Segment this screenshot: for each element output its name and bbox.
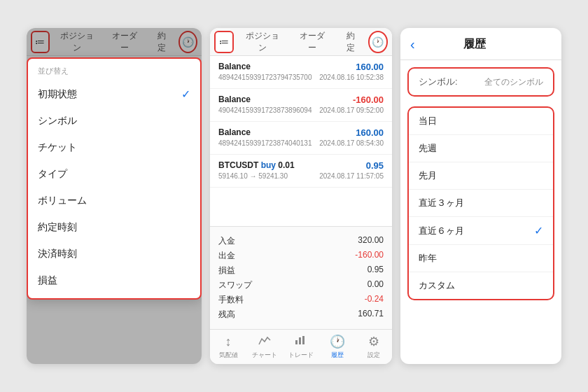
sort-menu: 並び替え 初期状態 ✓ シンボル チケット タイプ ボリューム 約定時刻 決済時… [27, 57, 202, 300]
date-item-6months[interactable]: 直近６ヶ月 ✓ [409, 217, 553, 245]
nav-trade-label: トレード [288, 351, 314, 360]
summary-deposit: 入金 320.00 [218, 234, 384, 248]
trade-volume: 0.01 [278, 160, 294, 170]
svg-rect-0 [295, 340, 298, 344]
date-item-today[interactable]: 当日 [409, 108, 553, 135]
date-item-custom[interactable]: カスタム [409, 272, 553, 299]
history-sort-icon-button[interactable]: ≔ [214, 31, 234, 53]
sort-item-volume[interactable]: ボリューム [28, 188, 200, 214]
trade-action: buy [261, 160, 276, 170]
date-item-last-week[interactable]: 先週 [409, 135, 553, 162]
history-item-2[interactable]: Balance -160.00 490424159391723873896094… [210, 89, 392, 122]
sort-item-initial[interactable]: 初期状態 ✓ [28, 80, 200, 108]
nav-trade[interactable]: トレード [284, 335, 318, 360]
nav-chart-label: チャート [252, 351, 277, 360]
nav-history[interactable]: 🕐 履歴 [320, 334, 355, 360]
nav-quotes-label: 気配値 [219, 351, 238, 360]
settings-icon: ⚙ [368, 334, 379, 349]
date-label-3months: 直近３ヶ月 [419, 197, 464, 209]
history-id-3: 489424159391723874040131 [218, 139, 312, 147]
sort-item-label: チケット [38, 141, 77, 154]
symbol-filter-section: シンボル: 全てのシンボル [407, 67, 554, 97]
sort-item-label: ボリューム [38, 195, 87, 207]
date-item-last-year[interactable]: 昨年 [409, 245, 553, 272]
sort-item-label: タイプ [38, 168, 67, 181]
quotes-icon: ↕ [225, 335, 232, 349]
history-clock-icon: 🕐 [372, 36, 384, 48]
history-sort-icon: ≔ [219, 36, 229, 48]
summary-withdraw-label: 出金 [218, 250, 235, 262]
sort-item-label: シンボル [38, 115, 77, 127]
filter-header: ‹ 履歴 [400, 28, 561, 60]
summary-pnl-label: 損益 [218, 265, 235, 276]
nav-settings[interactable]: ⚙ 設定 [356, 334, 391, 360]
sort-check-initial: ✓ [181, 88, 190, 101]
summary-fee-label: 手数料 [218, 294, 244, 306]
summary-fee-value: -0.24 [365, 294, 384, 306]
history-tab-settlement[interactable]: 約定 [337, 28, 365, 58]
date-label-last-week: 先週 [419, 142, 437, 155]
history-item-3[interactable]: Balance 160.00 489424159391723874040131 … [210, 122, 392, 155]
summary-deposit-label: 入金 [218, 235, 235, 247]
sort-item-pnl[interactable]: 損益 [28, 267, 200, 294]
date-label-last-year: 昨年 [419, 252, 437, 265]
history-id-4: 59146.10 → 59241.30 [218, 172, 288, 180]
history-list: Balance 160.00 489424159391723794735700 … [210, 56, 392, 226]
history-item-4[interactable]: BTCUSDT buy 0.01 0.95 59146.10 → 59241.3… [210, 155, 392, 188]
nav-history-label: 履歴 [331, 351, 344, 360]
symbol-filter-label: シンボル: [419, 76, 458, 88]
summary-balance-label: 残高 [218, 309, 235, 321]
sort-item-label: 約定時刻 [38, 221, 77, 234]
history-nav-icon: 🕐 [330, 334, 345, 349]
sort-item-label: 初期状態 [38, 88, 77, 101]
sort-item-entry-time[interactable]: 約定時刻 [28, 214, 200, 241]
history-panel: ≔ ポジション オーダー 約定 🕐 Balance 160.00 4894241… [210, 28, 392, 364]
date-label-6months: 直近６ヶ月 [419, 225, 464, 237]
history-id-1: 489424159391723794735700 [218, 74, 312, 81]
summary-swap-label: スワップ [218, 279, 252, 291]
summary-balance: 残高 160.71 [218, 307, 384, 322]
sort-item-label: 損益 [38, 274, 57, 287]
history-amount-1: 160.00 [356, 62, 384, 72]
history-amount-2: -160.00 [353, 94, 384, 105]
summary-swap-value: 0.00 [368, 279, 384, 291]
summary-balance-value: 160.71 [358, 309, 384, 321]
chart-icon [258, 335, 272, 349]
nav-quotes[interactable]: ↕ 気配値 [211, 335, 246, 360]
symbol-filter-row[interactable]: シンボル: 全てのシンボル [409, 69, 553, 95]
history-clock-button[interactable]: 🕐 [368, 31, 388, 53]
sort-item-ticket[interactable]: チケット [28, 134, 200, 161]
date-label-last-month: 先月 [419, 169, 437, 182]
summary-section: 入金 320.00 出金 -160.00 損益 0.95 スワップ 0.00 手… [210, 226, 392, 329]
history-label-2: Balance [218, 94, 251, 104]
filter-panel: ‹ 履歴 シンボル: 全てのシンボル 当日 先週 先月 直近３ヶ月 直近６ヶ月 … [400, 28, 561, 364]
bottom-nav: ↕ 気配値 チャート トレード 🕐 履歴 [210, 329, 392, 364]
history-tab-order[interactable]: オーダー [290, 28, 334, 58]
sort-item-symbol[interactable]: シンボル [28, 108, 200, 134]
sort-item-close-time[interactable]: 決済時刻 [28, 241, 200, 267]
history-date-1: 2024.08.16 10:52:38 [319, 74, 384, 81]
nav-settings-label: 設定 [368, 351, 380, 360]
filter-title: 履歴 [415, 37, 535, 52]
sort-item-label: 決済時刻 [38, 248, 77, 260]
date-item-3months[interactable]: 直近３ヶ月 [409, 190, 553, 217]
history-item-1[interactable]: Balance 160.00 489424159391723794735700 … [210, 56, 392, 89]
summary-withdraw-value: -160.00 [355, 250, 384, 262]
history-date-4: 2024.08.17 11:57:05 [319, 172, 384, 180]
trade-icon [294, 335, 308, 349]
nav-chart[interactable]: チャート [247, 335, 282, 360]
history-date-3: 2024.08.17 08:54:30 [319, 139, 384, 147]
date-check-6months: ✓ [534, 224, 543, 237]
history-tab-position[interactable]: ポジション [237, 28, 287, 58]
filter-back-button[interactable]: ‹ [410, 36, 415, 52]
history-date-2: 2024.08.17 09:52:00 [319, 106, 384, 114]
date-filter-section: 当日 先週 先月 直近３ヶ月 直近６ヶ月 ✓ 昨年 カスタム [407, 106, 554, 300]
symbol-filter-value: 全てのシンボル [484, 76, 543, 88]
date-label-today: 当日 [419, 115, 437, 127]
history-amount-4: 0.95 [366, 160, 384, 171]
history-label-4: BTCUSDT buy 0.01 [218, 160, 295, 170]
summary-fee: 手数料 -0.24 [218, 293, 384, 307]
date-item-last-month[interactable]: 先月 [409, 162, 553, 190]
sort-item-type[interactable]: タイプ [28, 161, 200, 188]
summary-deposit-value: 320.00 [358, 235, 384, 247]
